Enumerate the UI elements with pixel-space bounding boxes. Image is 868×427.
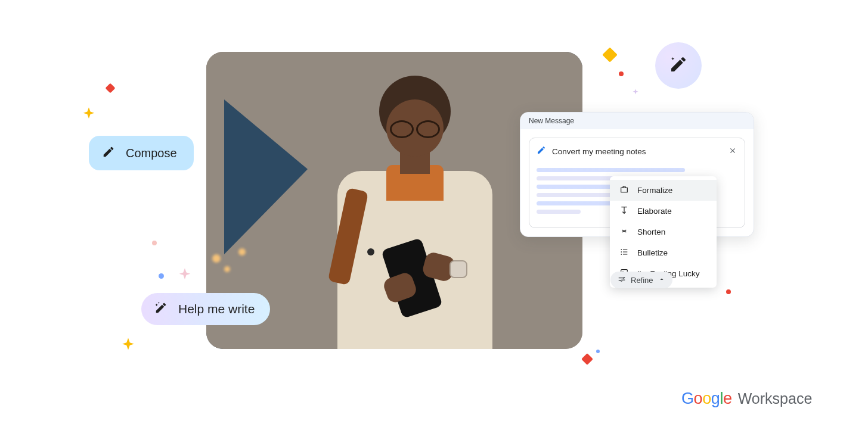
- sparkle-icon: [726, 289, 731, 294]
- briefcase-icon: [619, 185, 629, 196]
- refine-menu-item-shorten[interactable]: Shorten: [610, 222, 717, 242]
- sparkle-icon: [619, 71, 624, 76]
- google-wordmark: Google: [681, 389, 732, 408]
- sparkle-icon: [159, 273, 164, 279]
- sparkle-icon: [119, 336, 137, 357]
- help-me-write-button[interactable]: Help me write: [141, 293, 270, 325]
- expand-text-icon: [619, 205, 629, 217]
- refine-menu-item-formalize[interactable]: Formalize: [610, 180, 717, 201]
- svg-point-1: [621, 251, 622, 253]
- tune-icon: [618, 275, 626, 285]
- sparkle-icon: [80, 106, 97, 125]
- sparkle-icon: [631, 88, 640, 99]
- sparkle-icon: [596, 350, 600, 353]
- menu-item-label: Bulletize: [637, 248, 668, 257]
- close-icon[interactable]: [728, 147, 737, 156]
- svg-point-8: [621, 280, 622, 281]
- magic-pencil-icon: [537, 145, 546, 157]
- menu-item-label: Elaborate: [637, 207, 672, 216]
- magic-wand-icon: [669, 55, 688, 76]
- magic-wand-badge: [655, 42, 702, 89]
- list-icon: [619, 247, 629, 258]
- refine-button[interactable]: Refine: [610, 272, 672, 288]
- sparkle-icon: [152, 241, 157, 245]
- magic-pencil-icon: [154, 301, 168, 317]
- sparkle-icon: [106, 83, 116, 93]
- collapse-icon: [619, 226, 629, 238]
- refine-menu-item-bulletize[interactable]: Bulletize: [610, 242, 717, 263]
- svg-point-7: [623, 277, 624, 278]
- refine-label: Refine: [631, 276, 653, 285]
- chevron-up-icon: [658, 276, 665, 285]
- menu-item-label: Formalize: [637, 186, 672, 195]
- workspace-wordmark: Workspace: [738, 390, 813, 407]
- compose-button[interactable]: Compose: [89, 136, 194, 170]
- refine-menu: Formalize Elaborate Shorten Bulletize I'…: [610, 176, 717, 288]
- svg-point-0: [621, 249, 622, 250]
- new-message-header: New Message: [520, 113, 754, 129]
- compose-label: Compose: [126, 147, 177, 160]
- new-message-title: New Message: [529, 117, 574, 125]
- sparkle-icon: [581, 353, 593, 365]
- menu-item-label: Shorten: [637, 227, 665, 236]
- prompt-text[interactable]: Convert my meeting notes: [552, 147, 722, 156]
- google-workspace-logo: Google Workspace: [681, 389, 812, 408]
- sparkle-icon: [176, 267, 193, 286]
- sparkle-icon: [602, 47, 617, 62]
- help-me-write-label: Help me write: [178, 302, 255, 316]
- svg-point-2: [621, 254, 622, 255]
- refine-menu-item-elaborate[interactable]: Elaborate: [610, 201, 717, 222]
- pencil-icon: [102, 145, 115, 161]
